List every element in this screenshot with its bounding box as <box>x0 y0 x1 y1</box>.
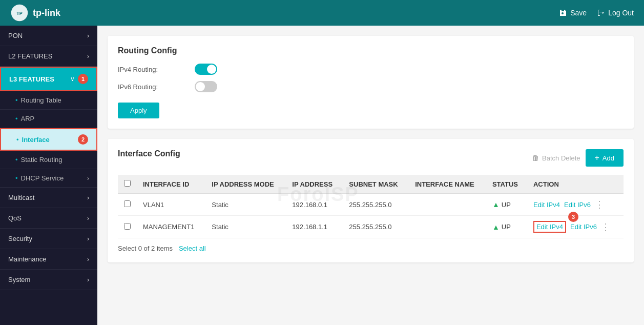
svg-text:TP: TP <box>16 11 23 16</box>
batch-delete-button[interactable]: Batch Delete <box>532 154 580 162</box>
chevron-right-icon: › <box>87 276 89 283</box>
action-mgmt1: Edit IPv4 Edit IPv6 3 ⋮ <box>527 216 624 238</box>
mode-vlan1: Static <box>205 194 286 216</box>
chevron-right-icon: › <box>87 32 89 39</box>
sidebar-item-system[interactable]: System › <box>0 270 97 290</box>
chevron-right-icon: › <box>87 53 89 60</box>
row-checkbox[interactable] <box>124 200 131 207</box>
header-actions: Save Log Out <box>559 9 634 17</box>
edit-ipv4-vlan1[interactable]: Edit IPv4 <box>533 201 560 209</box>
more-options-mgmt1[interactable]: ⋮ <box>601 221 610 233</box>
apply-button[interactable]: Apply <box>118 103 159 118</box>
col-subnet-mask: SUBNET MASK <box>343 175 409 194</box>
trash-icon <box>532 154 539 161</box>
sidebar-sub-item-dhcp-service[interactable]: • DHCP Service › <box>0 169 97 188</box>
select-info: Select 0 of 2 items Select all <box>118 245 624 252</box>
routing-config-title: Routing Config <box>118 46 624 55</box>
logo-icon: TP <box>10 4 29 22</box>
edit-ipv4-mgmt1[interactable]: Edit IPv4 <box>533 221 566 233</box>
col-ip-address: IP ADDRESS <box>286 175 343 194</box>
chevron-right-icon: › <box>87 235 89 242</box>
table-row: MANAGEMENT1 Static 192.168.1.1 255.255.2… <box>118 216 624 238</box>
col-interface-name: INTERFACE NAME <box>409 175 486 194</box>
col-ip-address-mode: IP ADDRESS MODE <box>205 175 286 194</box>
action-buttons: Batch Delete + Add <box>532 149 624 167</box>
chevron-right-icon: › <box>87 215 89 222</box>
main-layout: PON › L2 FEATURES › L3 FEATURES ∨ 1 • Ro… <box>0 26 644 325</box>
interface-id-vlan1: VLAN1 <box>137 194 205 216</box>
logout-icon <box>597 9 605 17</box>
mode-mgmt1: Static <box>205 216 286 238</box>
sidebar-sub-item-arp[interactable]: • ARP <box>0 110 97 128</box>
interface-id-mgmt1: MANAGEMENT1 <box>137 216 205 238</box>
name-mgmt1 <box>409 216 486 238</box>
sidebar-item-l2features[interactable]: L2 FEATURES › <box>0 46 97 67</box>
interface-config-card: Interface Config Batch Delete + Add Foro <box>108 139 634 262</box>
l3features-badge: 1 <box>78 74 88 84</box>
edit-ipv6-vlan1[interactable]: Edit IPv6 <box>564 201 591 209</box>
ipv6-toggle-thumb <box>196 82 205 91</box>
name-vlan1 <box>409 194 486 216</box>
more-options-vlan1[interactable]: ⋮ <box>595 199 604 210</box>
chevron-right-icon: › <box>87 256 89 263</box>
ipv4-toggle-track <box>195 64 217 75</box>
subnet-mgmt1: 255.255.255.0 <box>343 216 409 238</box>
logo: TP tp-link <box>10 4 60 22</box>
ipv4-routing-toggle[interactable] <box>195 64 217 75</box>
ip-vlan1: 192.168.0.1 <box>286 194 343 216</box>
routing-config-card: Routing Config IPv4 Routing: IPv6 Routin… <box>108 36 634 129</box>
sidebar-item-maintenance[interactable]: Maintenance › <box>0 249 97 270</box>
interface-table: INTERFACE ID IP ADDRESS MODE IP ADDRESS … <box>118 175 624 238</box>
ipv6-routing-row: IPv6 Routing: <box>118 81 624 92</box>
col-status: STATUS <box>486 175 527 194</box>
up-arrow-icon: ▲ <box>492 200 500 209</box>
content: Routing Config IPv4 Routing: IPv6 Routin… <box>97 26 644 325</box>
logo-text: tp-link <box>33 8 60 18</box>
add-button[interactable]: + Add <box>586 149 624 167</box>
col-action: ACTION <box>527 175 624 194</box>
col-interface-id: INTERFACE ID <box>137 175 205 194</box>
sidebar-item-pon[interactable]: PON › <box>0 26 97 46</box>
sidebar-sub-item-interface[interactable]: • Interface 2 <box>0 128 97 151</box>
ipv6-toggle-track <box>195 81 217 92</box>
interface-config-header: Interface Config Batch Delete + Add <box>118 149 624 167</box>
logout-button[interactable]: Log Out <box>597 9 634 17</box>
select-all-checkbox[interactable] <box>124 180 131 187</box>
status-mgmt1: ▲ UP <box>486 216 527 238</box>
ipv4-toggle-thumb <box>207 65 216 74</box>
save-button[interactable]: Save <box>559 9 587 17</box>
sidebar-item-qos[interactable]: QoS › <box>0 208 97 229</box>
ipv4-routing-row: IPv4 Routing: <box>118 64 624 75</box>
interface-badge: 2 <box>78 134 88 145</box>
chevron-right-icon: › <box>87 194 89 201</box>
table-row: VLAN1 Static 192.168.0.1 255.255.255.0 ▲… <box>118 194 624 216</box>
sidebar-sub-item-static-routing[interactable]: • Static Routing <box>0 151 97 169</box>
save-icon <box>559 9 567 17</box>
sidebar: PON › L2 FEATURES › L3 FEATURES ∨ 1 • Ro… <box>0 26 97 325</box>
up-arrow-icon: ▲ <box>492 223 500 231</box>
ipv6-routing-label: IPv6 Routing: <box>118 83 184 91</box>
edit-ipv6-mgmt1[interactable]: Edit IPv6 <box>570 223 597 231</box>
ipv4-routing-label: IPv4 Routing: <box>118 66 184 73</box>
header: TP tp-link Save Log Out <box>0 0 644 26</box>
interface-config-title: Interface Config <box>118 149 180 158</box>
ip-mgmt1: 192.168.1.1 <box>286 216 343 238</box>
sidebar-sub-item-routing-table[interactable]: • Routing Table <box>0 91 97 110</box>
row-checkbox[interactable] <box>124 223 131 230</box>
status-vlan1: ▲ UP <box>486 194 527 216</box>
ipv6-routing-toggle[interactable] <box>195 81 217 92</box>
action-badge-3: 3 <box>568 212 578 222</box>
plus-icon: + <box>595 153 599 162</box>
sidebar-item-security[interactable]: Security › <box>0 229 97 249</box>
sidebar-item-multicast[interactable]: Multicast › <box>0 188 97 208</box>
sidebar-item-l3features[interactable]: L3 FEATURES ∨ 1 <box>0 67 97 91</box>
subnet-vlan1: 255.255.255.0 <box>343 194 409 216</box>
select-all-link[interactable]: Select all <box>179 245 206 252</box>
chevron-down-icon: ∨ <box>70 75 75 83</box>
chevron-right-icon: › <box>87 175 89 182</box>
